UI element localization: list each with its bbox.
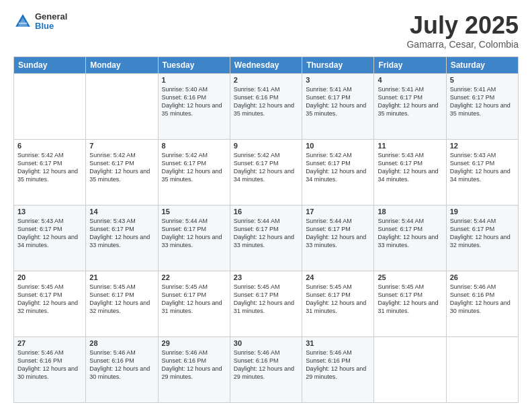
day-info: Sunrise: 5:44 AMSunset: 6:17 PMDaylight:… (234, 217, 298, 250)
day-info: Sunrise: 5:41 AMSunset: 6:17 PMDaylight:… (450, 85, 515, 118)
day-info: Sunrise: 5:44 AMSunset: 6:17 PMDaylight:… (378, 217, 442, 250)
day-number: 20 (17, 273, 82, 281)
page: General Blue July 2025 Gamarra, Cesar, C… (0, 0, 532, 411)
day-number: 9 (234, 142, 298, 150)
calendar-cell: 15Sunrise: 5:44 AMSunset: 6:17 PMDayligh… (158, 205, 230, 271)
day-info: Sunrise: 5:44 AMSunset: 6:17 PMDaylight:… (306, 217, 370, 250)
day-number: 31 (306, 339, 370, 347)
day-number: 21 (89, 273, 154, 281)
calendar-cell: 10Sunrise: 5:42 AMSunset: 6:17 PMDayligh… (302, 139, 374, 205)
calendar-cell: 25Sunrise: 5:45 AMSunset: 6:17 PMDayligh… (374, 271, 446, 336)
day-number: 16 (234, 208, 298, 216)
week-row-4: 20Sunrise: 5:45 AMSunset: 6:17 PMDayligh… (14, 271, 519, 336)
day-number: 1 (162, 76, 226, 84)
col-friday: Friday (374, 56, 446, 73)
calendar-cell: 26Sunrise: 5:46 AMSunset: 6:16 PMDayligh… (446, 271, 518, 336)
day-number: 18 (378, 208, 442, 216)
day-number: 24 (306, 273, 370, 281)
day-number: 29 (162, 339, 226, 347)
day-info: Sunrise: 5:43 AMSunset: 6:17 PMDaylight:… (89, 217, 154, 250)
calendar-cell: 3Sunrise: 5:41 AMSunset: 6:17 PMDaylight… (302, 73, 374, 139)
col-thursday: Thursday (302, 56, 374, 73)
day-number: 30 (234, 339, 298, 347)
calendar-cell: 12Sunrise: 5:43 AMSunset: 6:17 PMDayligh… (446, 139, 518, 205)
day-info: Sunrise: 5:45 AMSunset: 6:17 PMDaylight:… (89, 283, 154, 316)
calendar-cell: 7Sunrise: 5:42 AMSunset: 6:17 PMDaylight… (86, 139, 158, 205)
calendar-cell (14, 73, 86, 139)
day-info: Sunrise: 5:43 AMSunset: 6:17 PMDaylight:… (17, 217, 82, 250)
day-number: 3 (306, 76, 370, 84)
calendar-cell: 24Sunrise: 5:45 AMSunset: 6:17 PMDayligh… (302, 271, 374, 336)
day-info: Sunrise: 5:41 AMSunset: 6:17 PMDaylight:… (306, 85, 370, 118)
day-number: 13 (17, 208, 82, 216)
calendar-cell: 13Sunrise: 5:43 AMSunset: 6:17 PMDayligh… (14, 205, 86, 271)
calendar-cell: 18Sunrise: 5:44 AMSunset: 6:17 PMDayligh… (374, 205, 446, 271)
day-number: 5 (450, 76, 515, 84)
calendar-cell: 8Sunrise: 5:42 AMSunset: 6:17 PMDaylight… (158, 139, 230, 205)
calendar-cell: 17Sunrise: 5:44 AMSunset: 6:17 PMDayligh… (302, 205, 374, 271)
col-wednesday: Wednesday (230, 56, 302, 73)
calendar-cell: 23Sunrise: 5:45 AMSunset: 6:17 PMDayligh… (230, 271, 302, 336)
day-number: 27 (17, 339, 82, 347)
week-row-5: 27Sunrise: 5:46 AMSunset: 6:16 PMDayligh… (14, 336, 519, 402)
calendar-cell: 1Sunrise: 5:40 AMSunset: 6:16 PMDaylight… (158, 73, 230, 139)
calendar-cell: 5Sunrise: 5:41 AMSunset: 6:17 PMDaylight… (446, 73, 518, 139)
logo-blue-text: Blue (35, 21, 67, 31)
day-number: 7 (89, 142, 154, 150)
day-number: 11 (378, 142, 442, 150)
col-saturday: Saturday (446, 56, 518, 73)
location-subtitle: Gamarra, Cesar, Colombia (406, 39, 519, 50)
svg-rect-2 (19, 23, 27, 24)
calendar-cell: 4Sunrise: 5:41 AMSunset: 6:17 PMDaylight… (374, 73, 446, 139)
month-title: July 2025 (406, 12, 519, 39)
day-number: 14 (89, 208, 154, 216)
calendar-header-row: Sunday Monday Tuesday Wednesday Thursday… (14, 56, 519, 73)
calendar-cell: 21Sunrise: 5:45 AMSunset: 6:17 PMDayligh… (86, 271, 158, 336)
day-info: Sunrise: 5:44 AMSunset: 6:17 PMDaylight:… (450, 217, 515, 250)
calendar-cell: 31Sunrise: 5:46 AMSunset: 6:16 PMDayligh… (302, 336, 374, 402)
day-info: Sunrise: 5:46 AMSunset: 6:16 PMDaylight:… (17, 349, 82, 381)
calendar-cell: 2Sunrise: 5:41 AMSunset: 6:16 PMDaylight… (230, 73, 302, 139)
calendar-cell: 20Sunrise: 5:45 AMSunset: 6:17 PMDayligh… (14, 271, 86, 336)
calendar-cell (446, 336, 518, 402)
day-number: 28 (89, 339, 154, 347)
day-number: 10 (306, 142, 370, 150)
day-number: 23 (234, 273, 298, 281)
day-number: 4 (378, 76, 442, 84)
calendar-cell: 28Sunrise: 5:46 AMSunset: 6:16 PMDayligh… (86, 336, 158, 402)
day-info: Sunrise: 5:42 AMSunset: 6:17 PMDaylight:… (234, 151, 298, 184)
calendar-cell (86, 73, 158, 139)
col-tuesday: Tuesday (158, 56, 230, 73)
calendar-cell: 27Sunrise: 5:46 AMSunset: 6:16 PMDayligh… (14, 336, 86, 402)
day-number: 19 (450, 208, 515, 216)
logo-text: General Blue (35, 12, 67, 32)
day-number: 8 (162, 142, 226, 150)
day-number: 26 (450, 273, 515, 281)
day-info: Sunrise: 5:40 AMSunset: 6:16 PMDaylight:… (162, 85, 226, 118)
day-info: Sunrise: 5:45 AMSunset: 6:17 PMDaylight:… (234, 283, 298, 316)
day-info: Sunrise: 5:44 AMSunset: 6:17 PMDaylight:… (162, 217, 226, 250)
day-number: 22 (162, 273, 226, 281)
calendar-cell (374, 336, 446, 402)
day-info: Sunrise: 5:42 AMSunset: 6:17 PMDaylight:… (162, 151, 226, 184)
calendar-cell: 30Sunrise: 5:46 AMSunset: 6:16 PMDayligh… (230, 336, 302, 402)
calendar-table: Sunday Monday Tuesday Wednesday Thursday… (13, 56, 519, 403)
calendar-cell: 19Sunrise: 5:44 AMSunset: 6:17 PMDayligh… (446, 205, 518, 271)
day-number: 2 (234, 76, 298, 84)
day-info: Sunrise: 5:41 AMSunset: 6:17 PMDaylight:… (378, 85, 442, 118)
calendar-cell: 14Sunrise: 5:43 AMSunset: 6:17 PMDayligh… (86, 205, 158, 271)
day-number: 17 (306, 208, 370, 216)
calendar-cell: 11Sunrise: 5:43 AMSunset: 6:17 PMDayligh… (374, 139, 446, 205)
day-info: Sunrise: 5:46 AMSunset: 6:16 PMDaylight:… (450, 283, 515, 316)
day-info: Sunrise: 5:45 AMSunset: 6:17 PMDaylight:… (17, 283, 82, 316)
day-info: Sunrise: 5:46 AMSunset: 6:16 PMDaylight:… (234, 349, 298, 381)
logo-icon (13, 12, 32, 31)
calendar-cell: 16Sunrise: 5:44 AMSunset: 6:17 PMDayligh… (230, 205, 302, 271)
title-block: July 2025 Gamarra, Cesar, Colombia (406, 12, 519, 50)
day-info: Sunrise: 5:45 AMSunset: 6:17 PMDaylight:… (378, 283, 442, 316)
week-row-3: 13Sunrise: 5:43 AMSunset: 6:17 PMDayligh… (14, 205, 519, 271)
calendar-cell: 9Sunrise: 5:42 AMSunset: 6:17 PMDaylight… (230, 139, 302, 205)
header: General Blue July 2025 Gamarra, Cesar, C… (13, 12, 519, 50)
logo: General Blue (13, 12, 67, 32)
day-info: Sunrise: 5:42 AMSunset: 6:17 PMDaylight:… (89, 151, 154, 184)
